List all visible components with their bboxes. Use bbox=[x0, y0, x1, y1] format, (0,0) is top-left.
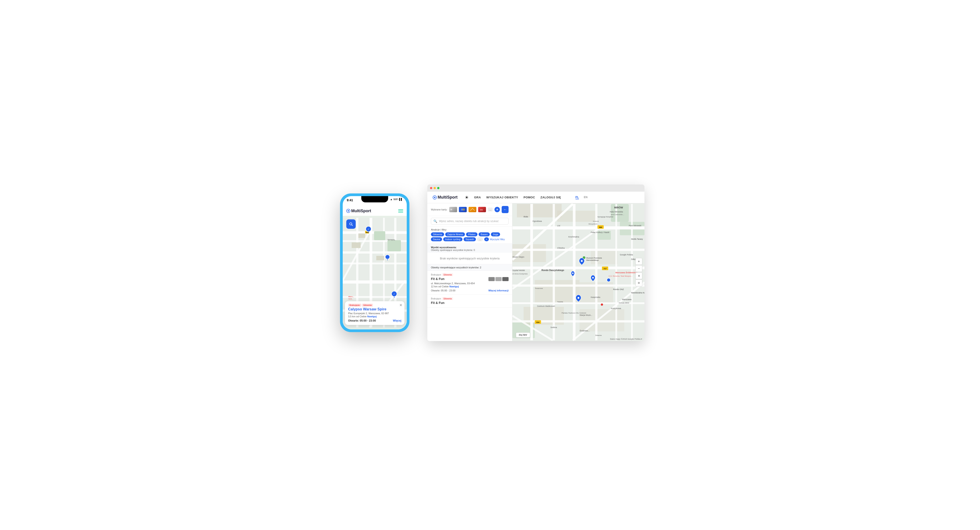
svg-rect-24 bbox=[368, 232, 369, 233]
zoom-out-button[interactable]: − bbox=[635, 265, 642, 272]
lang-en[interactable]: EN bbox=[584, 196, 588, 199]
results-scroll[interactable]: Wyniki wyszukiwania: Obiekty spełniające… bbox=[427, 244, 512, 341]
filter-dots[interactable]: ... bbox=[477, 237, 483, 241]
browser-content: MultiSport ☀ GRA WYSZUKAJ OBIEKTY POMOC … bbox=[427, 192, 644, 341]
nav-link-login[interactable]: ZALOGUJ SIĘ bbox=[540, 196, 561, 199]
cards-row: Wybrane karty: MS bbox=[427, 203, 512, 216]
svg-text:Koszykowa: Koszykowa bbox=[611, 307, 621, 309]
search-row: 🔍 Wpisz adres, nazwę obiektu lub atrakcj… bbox=[427, 216, 512, 227]
phone-time: 9:41 bbox=[347, 198, 353, 202]
phone-card-close-button[interactable]: ✕ bbox=[399, 303, 402, 307]
svg-point-25 bbox=[385, 255, 390, 259]
card-chip-1[interactable] bbox=[449, 207, 457, 212]
results-subtitle: Obiekty spełniające wszystkie kryteria: … bbox=[431, 249, 509, 251]
result-2-missing-tag: Siłownia bbox=[442, 297, 453, 300]
phone-card-missing: Brakujące: Siłownia bbox=[348, 304, 401, 306]
filter-zajecia[interactable]: Zajęcia fitness bbox=[445, 232, 465, 236]
svg-text:MS: MS bbox=[480, 209, 483, 211]
close-dot[interactable] bbox=[430, 187, 432, 189]
result-2-missing: Brakujące: Siłownia bbox=[431, 297, 509, 300]
svg-text:Muzeum Powstania: Muzeum Powstania bbox=[586, 257, 602, 259]
map-filtry-button[interactable]: FILTRY bbox=[516, 333, 530, 338]
svg-text:Żelazna: Żelazna bbox=[595, 334, 602, 336]
svg-text:Kościół: Kościół bbox=[593, 220, 599, 222]
map-area: 500 717 634 MIRÓW Hala Mirowska and Cofe… bbox=[512, 203, 644, 341]
svg-point-124 bbox=[578, 297, 579, 299]
map-controls: + − ⊕ ⚙ bbox=[635, 258, 642, 286]
card-chip-4[interactable]: MS bbox=[478, 207, 486, 212]
map-svg: 500 717 634 MIRÓW Hala Mirowska and Cofe… bbox=[512, 203, 644, 341]
navigate-link[interactable]: Nawiguj bbox=[368, 315, 377, 318]
result-1-hours: Otwarte: 05:00 - 23:00 bbox=[431, 289, 455, 292]
main-content: Wybrane karty: MS bbox=[427, 203, 644, 341]
svg-text:✓: ✓ bbox=[368, 228, 369, 230]
phone-search-button[interactable] bbox=[346, 219, 356, 229]
phone-card-more-button[interactable]: Więcej bbox=[393, 319, 401, 322]
maximize-dot[interactable] bbox=[437, 187, 439, 189]
sun-icon: ☀ bbox=[465, 195, 469, 200]
svg-text:Pańska: Pańska bbox=[562, 312, 568, 314]
browser-chrome bbox=[427, 184, 644, 192]
lang-pl[interactable]: PL bbox=[576, 196, 579, 199]
svg-text:634: 634 bbox=[536, 321, 539, 324]
svg-text:Rondo ONZ: Rondo ONZ bbox=[613, 288, 624, 290]
phone-result-card: ✕ Brakujące: Siłownia Calypso Warsaw Spi… bbox=[345, 301, 404, 325]
nav-links: ☀ GRA WYSZUKAJ OBIEKTY POMOC ZALOGUJ SIĘ bbox=[465, 195, 561, 200]
filter-basen[interactable]: Basen bbox=[479, 232, 490, 236]
phone-logo-text: MultiSport bbox=[351, 209, 371, 213]
nav-link-help[interactable]: POMOC bbox=[523, 196, 535, 199]
minimize-dot[interactable] bbox=[434, 187, 436, 189]
svg-point-121 bbox=[601, 303, 603, 306]
svg-text:Radisson Blu Sobieski: Radisson Blu Sobieski bbox=[568, 312, 586, 314]
svg-text:Stacja Muze...: Stacja Muze... bbox=[579, 314, 592, 316]
back-button[interactable]: ← bbox=[502, 206, 509, 213]
result-2-name: Fit & Fun bbox=[431, 301, 509, 305]
nav-link-gra[interactable]: GRA bbox=[474, 196, 481, 199]
filter-silownia[interactable]: Siłownia bbox=[431, 232, 444, 236]
map-settings-button[interactable]: ⚙ bbox=[635, 279, 642, 286]
search-input[interactable]: Wpisz adres, nazwę obiektu lub atrakcji … bbox=[439, 220, 506, 223]
svg-rect-15 bbox=[388, 240, 401, 251]
nav-logo: MultiSport bbox=[433, 195, 458, 200]
card-chip-3[interactable] bbox=[469, 207, 476, 212]
svg-text:Niewidzialna Wystawa: Niewidzialna Wystawa bbox=[631, 292, 644, 294]
filter-indoor-cycling[interactable]: Indoor cycling bbox=[443, 237, 463, 241]
filter-sauna[interactable]: Sauna bbox=[431, 237, 442, 241]
svg-text:Skwer Alegro: Skwer Alegro bbox=[512, 256, 524, 258]
zoom-in-button[interactable]: + bbox=[635, 258, 642, 265]
result-1-navigate[interactable]: Nawiguj bbox=[450, 285, 459, 288]
results-header: Wyniki wyszukiwania: Obiekty spełniające… bbox=[427, 244, 512, 253]
result-1-more-button[interactable]: Więcej informacji bbox=[488, 289, 509, 292]
hamburger-icon[interactable] bbox=[398, 209, 403, 213]
phone-card-distance: 3,5 km od Ciebie Nawiguj bbox=[348, 315, 401, 318]
filter-squash[interactable]: Squash bbox=[464, 237, 476, 241]
filter-joga[interactable]: Joga bbox=[491, 232, 500, 236]
svg-rect-66 bbox=[553, 204, 555, 340]
cards-label: Wybrane karty: bbox=[431, 208, 447, 211]
phone-status-icons: ▲ WiFi ▌▌ bbox=[390, 198, 403, 201]
phone-map: 634 Synagog... ✓ ✓ bbox=[343, 216, 407, 329]
filter-pilates[interactable]: Pilates bbox=[466, 232, 477, 236]
svg-rect-53 bbox=[512, 244, 546, 262]
phone-notch bbox=[361, 196, 388, 202]
result-1-top: Fit & Fun bbox=[431, 277, 509, 281]
svg-rect-26 bbox=[387, 259, 388, 260]
svg-text:Strefa Tarasy: Strefa Tarasy bbox=[631, 238, 643, 240]
svg-rect-18 bbox=[376, 256, 384, 260]
nav-link-search[interactable]: WYSZUKAJ OBIEKTY bbox=[486, 196, 518, 199]
svg-text:717: 717 bbox=[603, 268, 607, 270]
map-copyright: Dane mapy ©2018 Google Polska ▾ bbox=[610, 338, 642, 340]
filter-tags: Siłownia Zajęcia fitness Pilates Basen J… bbox=[431, 232, 509, 236]
svg-line-37 bbox=[352, 225, 353, 225]
no-results-text: Brak wyników spełniających wszystkie kry… bbox=[431, 257, 509, 260]
add-card-button[interactable]: + bbox=[495, 207, 500, 212]
svg-point-125 bbox=[607, 278, 611, 282]
filters-row: Atrakcje i filtry: Siłownia Zajęcia fitn… bbox=[427, 227, 512, 244]
filter-clear-button[interactable]: Wyczyść filtry bbox=[490, 238, 505, 241]
map-layer-button[interactable]: ⊕ bbox=[635, 272, 642, 279]
svg-text:Park Mirowski: Park Mirowski bbox=[629, 225, 641, 227]
svg-text:Krochmalna: Krochmalna bbox=[568, 236, 579, 238]
svg-text:Pałac Kultury i Nauki: Pałac Kultury i Nauki bbox=[591, 231, 609, 233]
card-chip-2[interactable] bbox=[459, 207, 467, 212]
filter-add[interactable]: + bbox=[484, 237, 488, 241]
